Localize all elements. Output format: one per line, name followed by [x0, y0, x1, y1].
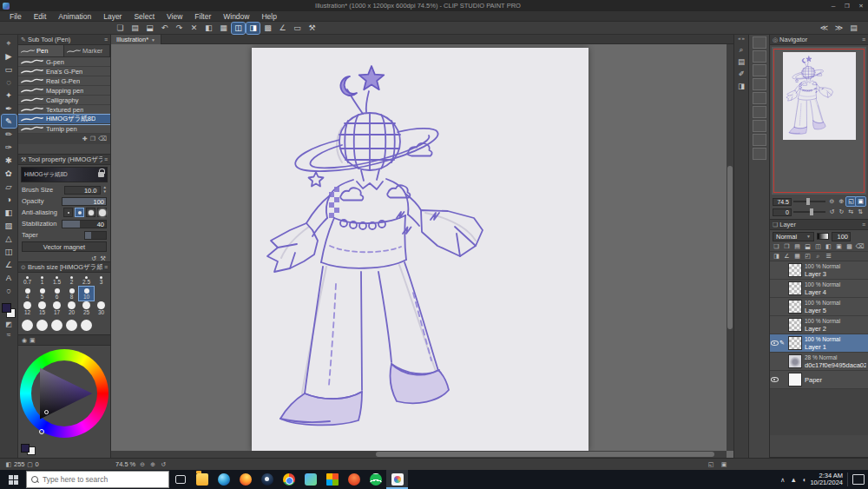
set-showcase-icon[interactable]: ▦ [792, 252, 802, 261]
settings-icon[interactable]: ⚒ [306, 23, 319, 34]
menu-item[interactable]: File [3, 11, 28, 22]
network-icon[interactable]: ▲ [790, 476, 796, 484]
brush-size-cell[interactable]: 12 [20, 301, 35, 316]
brush-size-cell[interactable]: 20 [64, 301, 79, 316]
subtool-tab[interactable]: Pen [18, 45, 64, 56]
brush-size-cell[interactable]: 5 [35, 287, 49, 301]
start-button[interactable] [0, 470, 26, 489]
merge-layer-icon[interactable]: ◫ [813, 242, 823, 251]
rotate-value[interactable]: 0 [773, 208, 792, 216]
new-vector-layer-icon[interactable]: ❐ [782, 242, 792, 251]
notification-center-icon[interactable] [852, 474, 865, 485]
brush-size-cell[interactable]: 2.5 [79, 274, 94, 287]
snap-grid-icon[interactable]: ▩ [261, 23, 274, 34]
blend-tool-icon[interactable]: ◑ [2, 193, 16, 206]
delete-icon[interactable]: ✕ [187, 23, 201, 34]
duplicate-subtool-icon[interactable]: ❐ [90, 135, 95, 142]
layer-opacity-value[interactable]: 100 [832, 232, 851, 241]
foreground-color-swatch[interactable] [2, 303, 11, 313]
hue-circle-icon[interactable]: ◉ [22, 337, 27, 344]
scrollbar-thumb[interactable] [727, 166, 733, 328]
open-file-icon[interactable]: ▤ [128, 23, 141, 34]
figure-tool-icon[interactable]: △ [2, 232, 16, 245]
layer-thumbnail[interactable] [788, 318, 802, 332]
brush-item[interactable]: G-pen [18, 57, 110, 67]
aa-middle-button[interactable] [86, 208, 95, 217]
ruler-layer-icon[interactable]: ∠ [782, 252, 792, 261]
lock-layer-icon[interactable]: ▣ [834, 242, 844, 251]
collapse-panels-right-icon[interactable]: » [742, 36, 745, 41]
decoration-tool-icon[interactable]: ✿ [2, 167, 16, 180]
collapse-right-icon[interactable]: ≫ [832, 23, 845, 34]
delete-subtool-icon[interactable]: ⌫ [98, 135, 107, 142]
blend-mode-select[interactable]: Normal ▼ [773, 232, 814, 241]
brush-size-value[interactable]: 10.0 [64, 186, 101, 195]
material-thumb-icon[interactable] [753, 148, 766, 160]
brush-size-cell[interactable]: 25 [79, 301, 94, 316]
eyedropper-tool-icon[interactable]: ✒ [2, 102, 16, 115]
zoom-in-icon[interactable]: ⊕ [837, 197, 846, 206]
close-button[interactable]: ✕ [854, 1, 868, 11]
layer-row[interactable]: ✎ 100 % Normal Layer 2 [770, 316, 868, 334]
select-area-icon[interactable]: ▭ [291, 23, 304, 34]
fill-icon[interactable]: ◧ [202, 23, 215, 34]
redo-icon[interactable]: ↷ [173, 23, 186, 34]
rotate-reset-icon[interactable]: ↺ [158, 461, 168, 468]
menu-item[interactable]: Filter [188, 11, 217, 22]
material-thumb-icon[interactable] [753, 36, 766, 49]
transfer-layer-icon[interactable]: ⬓ [803, 242, 812, 251]
material-icon[interactable]: ▤ [735, 56, 748, 68]
edge-icon[interactable] [213, 470, 234, 489]
new-layer-icon[interactable]: ❏ [772, 242, 781, 251]
brush-size-cell[interactable]: 6 [49, 287, 64, 301]
brush-size-cell[interactable] [49, 316, 64, 334]
wrench-icon[interactable]: ⚒ [100, 254, 106, 262]
flip-vertical-icon[interactable]: ⇅ [856, 208, 865, 216]
brush-item[interactable]: HiMOGザラ紙8D [18, 115, 110, 124]
brush-size-cell[interactable] [64, 316, 79, 334]
material-thumb-icon[interactable] [753, 92, 766, 104]
canvas-zoom-value[interactable]: 74.5 [115, 460, 128, 468]
visibility-eye-icon[interactable] [771, 376, 779, 383]
layer-row[interactable]: ✎ 100 % Normal Layer 4 [770, 280, 868, 298]
line-style-icon[interactable]: ≈ [2, 330, 16, 340]
scrollbar-thumb[interactable] [376, 452, 714, 457]
layer-thumbnail[interactable] [788, 373, 802, 387]
two-pane-icon[interactable]: ◰ [803, 252, 812, 261]
material-thumb-icon[interactable] [753, 120, 766, 132]
horizontal-scrollbar[interactable] [111, 451, 727, 458]
layer-settings-icon[interactable]: ☰ [824, 252, 833, 261]
marquee-tool-icon[interactable]: ▭ [2, 63, 16, 76]
store-icon[interactable] [321, 470, 343, 489]
eraser-tool-icon[interactable]: ▱ [2, 180, 16, 193]
reset-property-icon[interactable]: ↺ [91, 254, 96, 262]
brush-size-cell[interactable] [35, 316, 49, 334]
document-tab[interactable]: Illustration* ▼ [111, 35, 161, 44]
stepper-icon[interactable]: ▲▼ [103, 186, 107, 194]
fit-screen-icon[interactable]: ◱ [846, 197, 856, 206]
menu-item[interactable]: Layer [97, 11, 128, 22]
subview-icon[interactable]: ✐ [735, 68, 748, 80]
brush-item[interactable]: Mapping pen [18, 86, 110, 96]
chrome-icon[interactable] [278, 470, 299, 489]
file-explorer-icon[interactable] [191, 470, 213, 489]
save-icon[interactable]: ⬓ [143, 23, 156, 34]
aa-weak-button[interactable] [75, 208, 84, 217]
material-thumb-icon[interactable] [753, 106, 766, 118]
layer-row[interactable]: ✎ Paper [770, 371, 868, 389]
wand-tool-icon[interactable]: ✦ [2, 89, 16, 102]
canvas-viewport[interactable] [111, 44, 727, 451]
brush-size-cell[interactable]: 8 [64, 287, 79, 301]
brush-item[interactable]: Turnip pen [18, 124, 110, 134]
operation-tool-icon[interactable]: ⌖ [2, 36, 16, 50]
spotify-icon[interactable] [365, 470, 386, 489]
panel-menu-icon[interactable]: ≡ [104, 156, 108, 162]
layer-row[interactable]: ✎ 100 % Normal Layer 1 [770, 334, 868, 353]
history-icon[interactable]: ◨ [735, 80, 748, 92]
move-tool-icon[interactable]: ▶ [2, 50, 16, 63]
brush-item[interactable]: Real G-Pen [18, 76, 110, 86]
lock-alpha-icon[interactable]: ▩ [845, 242, 854, 251]
pencil-tool-icon[interactable]: ✏ [2, 128, 16, 141]
rotate-left-icon[interactable]: ↺ [827, 208, 837, 216]
hue-cursor[interactable] [39, 429, 44, 434]
